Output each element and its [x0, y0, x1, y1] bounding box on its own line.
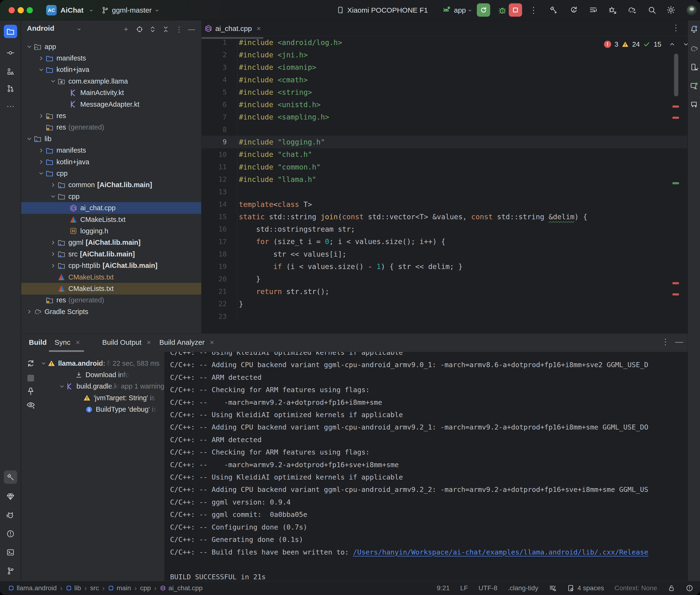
tree-item-cmakelists-txt[interactable]: CMakeLists.txt: [21, 214, 201, 225]
rerun-button[interactable]: [477, 3, 490, 17]
tree-item-res[interactable]: res(generated): [21, 294, 201, 306]
build-tree-item[interactable]: 'jvmTarget: String' is deprec: [36, 392, 164, 403]
tree-chevron-icon[interactable]: [39, 360, 48, 366]
tree-chevron-icon[interactable]: [58, 383, 66, 390]
tree-item-kotlin-java[interactable]: kotlin+java: [21, 64, 201, 76]
breadcrumb-item-main[interactable]: main: [108, 584, 131, 592]
tree-chevron-icon[interactable]: [49, 251, 57, 257]
code-line-20[interactable]: 20 }: [201, 273, 688, 285]
tree-item-res[interactable]: res: [21, 110, 201, 121]
collapse-all-icon[interactable]: [162, 26, 169, 33]
pull-requests-button[interactable]: [4, 82, 17, 95]
project-view-selector[interactable]: Android: [27, 24, 54, 32]
tree-chevron-icon[interactable]: [37, 159, 46, 165]
events-icon[interactable]: [589, 5, 598, 15]
breadcrumb-item-llama-android[interactable]: llama.android: [8, 584, 57, 592]
linter[interactable]: .clang-tidy: [508, 584, 538, 592]
error-stripe-mark[interactable]: [672, 282, 679, 284]
more-tool-windows-button[interactable]: ⋯: [4, 100, 17, 113]
pin-icon[interactable]: [26, 387, 35, 396]
code-line-4[interactable]: 4#include <cmath>: [201, 74, 688, 86]
caret-position[interactable]: 9:21: [437, 584, 450, 592]
tab-build-output[interactable]: Build Output×: [102, 338, 151, 346]
branch-selector[interactable]: ggml-master: [112, 0, 152, 20]
tree-chevron-icon[interactable]: [25, 136, 34, 142]
tab-sync[interactable]: Sync×: [55, 338, 80, 346]
tree-chevron-icon[interactable]: [37, 66, 46, 73]
tree-chevron-icon[interactable]: [25, 308, 34, 315]
format-icon[interactable]: [549, 584, 556, 592]
minimize-window-button[interactable]: [18, 7, 24, 13]
code-line-17[interactable]: 17 for (size_t i = 0; i < values.size();…: [201, 235, 688, 248]
hide-panel-icon[interactable]: —: [188, 26, 195, 33]
tree-item-app[interactable]: app: [21, 41, 201, 52]
tree-item-mainactivity-kt[interactable]: MainActivity.kt: [21, 87, 201, 98]
build-tree-item[interactable]: build.gradle.ktsapp 1 warning: [36, 381, 164, 392]
add-icon[interactable]: +: [122, 26, 130, 33]
tree-item-ai-chat-cpp[interactable]: ai_chat.cpp: [21, 202, 201, 214]
tree-chevron-icon[interactable]: [37, 170, 46, 177]
resource-manager-button[interactable]: [4, 65, 17, 78]
build-tool-button[interactable]: [4, 471, 17, 484]
breadcrumb-item-ai-chat-cpp[interactable]: ai_chat.cpp: [160, 584, 202, 592]
app-quality-button[interactable]: [4, 490, 17, 503]
tree-item-kotlin-java[interactable]: kotlin+java: [21, 156, 201, 168]
commit-tool-button[interactable]: [4, 46, 17, 59]
code-line-9[interactable]: 9#include "logging.h": [201, 136, 688, 148]
search-icon[interactable]: [647, 5, 656, 15]
device-selector[interactable]: Xiaomi POCOPHONE F1: [347, 0, 428, 20]
breadcrumb-item-lib[interactable]: lib: [66, 584, 81, 592]
build-tree-item[interactable]: llama.android: fi22 sec, 583 ms: [36, 358, 164, 369]
code-line-1[interactable]: 1#include <android/log.h>: [201, 36, 688, 49]
code-line-2[interactable]: 2#include <jni.h>: [201, 49, 688, 61]
error-stripe-mark[interactable]: [672, 293, 679, 295]
version-control-button[interactable]: [4, 564, 17, 577]
code-line-5[interactable]: 5#include <string>: [201, 86, 688, 98]
device-manager-button[interactable]: [688, 60, 700, 74]
project-selector[interactable]: AiChat: [60, 0, 84, 20]
close-icon[interactable]: ×: [210, 338, 214, 346]
tree-item-cmakelists-txt[interactable]: CMakeLists.txt: [21, 283, 201, 294]
running-devices-button[interactable]: [688, 79, 700, 92]
line-ending[interactable]: LF: [460, 584, 468, 592]
error-stripe-mark[interactable]: [672, 106, 679, 108]
tree-item-manifests[interactable]: manifests: [21, 145, 201, 156]
tree-item-logging-h[interactable]: logging.h: [21, 225, 201, 237]
tree-item-common[interactable]: common[AiChat.lib.main]: [21, 179, 201, 191]
tree-chevron-icon[interactable]: [37, 113, 46, 119]
build-minimize-icon[interactable]: —: [675, 337, 683, 346]
tree-chevron-icon[interactable]: [49, 182, 57, 188]
code-line-19[interactable]: 19 if (i < values.size() - 1) { str << d…: [201, 260, 688, 273]
notifications-button[interactable]: [688, 22, 700, 36]
code-line-18[interactable]: 18 str << values[i];: [201, 248, 688, 260]
build-tree-item[interactable]: Download info: [36, 369, 164, 380]
problem-circle-icon[interactable]: [686, 584, 693, 592]
tree-item-com-example-llama[interactable]: com.example.llama: [21, 76, 201, 87]
project-tool-button[interactable]: [4, 25, 17, 38]
code-line-13[interactable]: 13: [201, 186, 688, 198]
kebab-icon[interactable]: ⋮: [175, 26, 183, 33]
tree-chevron-icon[interactable]: [37, 147, 46, 154]
build-console[interactable]: C/C++: -- Using KleidiAI optimized kerne…: [164, 352, 688, 581]
tree-item-cmakelists-txt[interactable]: CMakeLists.txt: [21, 272, 201, 283]
debug-button[interactable]: [497, 5, 507, 15]
gradle-tool-button[interactable]: [688, 42, 700, 55]
gradle-sync-icon[interactable]: [627, 5, 636, 15]
attach-debugger-icon[interactable]: [608, 5, 617, 15]
code-line-7[interactable]: 7#include <sampling.h>: [201, 111, 688, 123]
tree-item-cpp[interactable]: cpp: [21, 191, 201, 202]
tree-chevron-icon[interactable]: [25, 43, 34, 50]
locate-icon[interactable]: [136, 26, 143, 33]
run-config-selector[interactable]: app: [454, 0, 466, 20]
change-stripe-mark[interactable]: [672, 182, 679, 184]
code-line-6[interactable]: 6#include <unistd.h>: [201, 98, 688, 111]
close-icon[interactable]: ×: [256, 25, 261, 33]
code-line-23[interactable]: 23: [201, 310, 688, 322]
zoom-window-button[interactable]: [27, 7, 33, 13]
terminal-button[interactable]: [4, 546, 17, 559]
close-icon[interactable]: ×: [147, 338, 151, 346]
build-output-link[interactable]: /Users/hanyin/Workspace/ai-chat/examples…: [353, 548, 648, 556]
code-line-11[interactable]: 11#include "common.h": [201, 161, 688, 173]
tab-ai-chat-cpp[interactable]: ai_chat.cpp ×: [204, 22, 261, 35]
sync-project-icon[interactable]: A: [569, 5, 578, 15]
